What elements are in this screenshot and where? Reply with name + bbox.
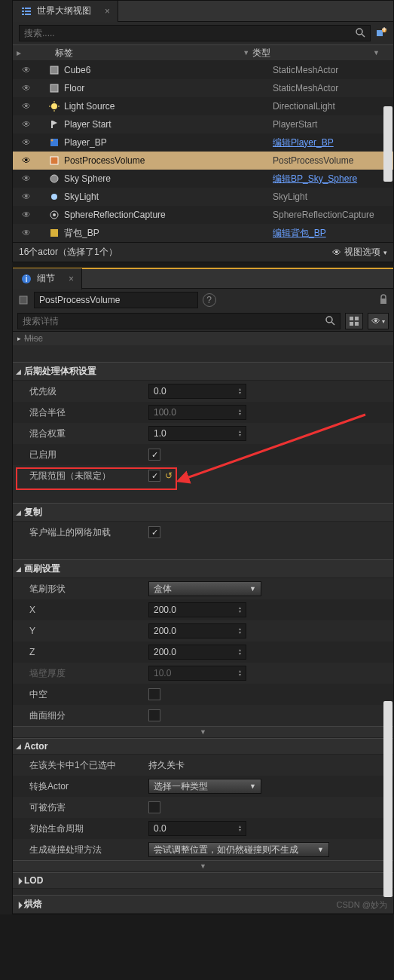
actor-row[interactable]: 👁 SkyLight SkyLight	[13, 188, 393, 206]
spinner-icon[interactable]: ▴▾	[239, 825, 241, 832]
actor-row[interactable]: 👁 Player Start PlayerStart	[13, 115, 393, 133]
collapse-icon: ◢	[14, 876, 23, 885]
svg-rect-37	[355, 322, 359, 326]
outliner-search[interactable]	[19, 25, 371, 41]
details-title: 细节	[37, 272, 55, 285]
blend-weight-input[interactable]: 1.0▴▾	[148, 426, 246, 441]
visibility-icon[interactable]: 👁	[17, 101, 35, 112]
view-options-button[interactable]: 👁 ▾	[368, 313, 389, 329]
column-label[interactable]: 标签	[25, 47, 243, 60]
lifespan-input[interactable]: 0.0▴▾	[148, 821, 246, 836]
spinner-icon[interactable]: ▴▾	[239, 409, 241, 416]
actor-row[interactable]: 👁 Floor StaticMeshActor	[13, 79, 393, 97]
svg-rect-0	[22, 8, 24, 9]
unbound-checkbox[interactable]	[148, 470, 160, 482]
dropdown-arrow-icon: ▼	[249, 585, 256, 593]
convert-dropdown[interactable]: 选择一种类型▼	[148, 779, 261, 794]
actor-row[interactable]: 👁 Light Source DirectionalLight	[13, 97, 393, 115]
prop-spawn: 生成碰撞处理方法 尝试调整位置，如仍然碰撞则不生成▼	[13, 839, 393, 860]
tess-checkbox[interactable]	[148, 709, 160, 721]
sphere-icon	[47, 173, 61, 184]
lock-icon[interactable]	[378, 293, 389, 308]
z-input[interactable]: 200.0▴▾	[148, 645, 246, 660]
expand-more[interactable]: ▼	[13, 860, 393, 872]
actor-name-field[interactable]: PostProcessVolume	[34, 292, 198, 308]
actor-row-selected[interactable]: 👁 PostProcessVolume PostProcessVolume	[13, 152, 393, 170]
blend-radius-input[interactable]: 100.0▴▾	[148, 405, 246, 420]
actor-row[interactable]: 👁 Cube6 StaticMeshActor	[13, 61, 393, 79]
close-icon[interactable]: ×	[69, 274, 74, 284]
help-icon[interactable]: ?	[203, 293, 216, 307]
outliner-columns: ▸ 标签 ▼ 类型 ▼	[13, 44, 393, 61]
visibility-icon[interactable]: 👁	[17, 155, 35, 166]
actor-icon	[17, 294, 29, 306]
outliner-search-input[interactable]	[24, 28, 355, 38]
category-postprocess[interactable]: ◢ 后期处理体积设置	[13, 362, 393, 381]
spinner-icon[interactable]: ▴▾	[239, 627, 241, 635]
details-search-input[interactable]	[23, 316, 325, 326]
reset-icon[interactable]: ↺	[165, 470, 173, 481]
enabled-checkbox[interactable]	[148, 449, 160, 461]
svg-point-23	[50, 175, 58, 182]
prop-unbound: 无限范围（未限定） ↺	[13, 465, 393, 486]
spinner-icon[interactable]: ▴▾	[239, 606, 241, 614]
outliner-scrollbar[interactable]	[383, 106, 392, 182]
spinner-icon[interactable]: ▴▾	[239, 669, 241, 677]
actor-row[interactable]: 👁 SphereReflectionCapture SphereReflecti…	[13, 206, 393, 224]
close-icon[interactable]: ×	[105, 6, 110, 17]
category-brush[interactable]: ◢ 画刷设置	[13, 559, 393, 578]
spawn-dropdown[interactable]: 尝试调整位置，如仍然碰撞则不生成▼	[148, 842, 329, 857]
brush-shape-dropdown[interactable]: 盒体▼	[148, 581, 261, 596]
visibility-icon[interactable]: 👁	[17, 137, 35, 148]
dropdown-arrow-icon: ▼	[317, 846, 324, 853]
reflection-icon	[47, 210, 61, 220]
details-search[interactable]	[17, 313, 341, 329]
view-options[interactable]: 👁 视图选项 ▾	[332, 246, 387, 259]
x-input[interactable]: 200.0▴▾	[148, 602, 246, 617]
svg-point-32	[326, 317, 332, 323]
spinner-icon[interactable]: ▴▾	[239, 387, 241, 395]
visibility-icon[interactable]: 👁	[17, 83, 35, 93]
details-tab[interactable]: i 细节 ×	[13, 268, 82, 289]
actor-row[interactable]: 👁 Player_BP 编辑Player_BP	[13, 133, 393, 152]
wall-input[interactable]: 10.0▴▾	[148, 666, 246, 681]
visibility-icon[interactable]: 👁	[17, 119, 35, 130]
prop-priority: 优先级 0.0▴▾	[13, 381, 393, 402]
add-object-icon[interactable]: +	[375, 27, 387, 39]
misc-category[interactable]: ▸Misc	[13, 332, 393, 345]
category-replication[interactable]: ◢ 复制	[13, 503, 393, 522]
spinner-icon[interactable]: ▴▾	[239, 430, 241, 437]
prop-tess: 曲面细分	[13, 705, 393, 726]
column-type[interactable]: 类型	[252, 47, 373, 60]
prop-netload: 客户端上的网络加载	[13, 522, 393, 543]
expand-all-icon[interactable]: ▸	[13, 47, 25, 58]
eye-icon: 👁	[332, 247, 341, 258]
outliner-tab[interactable]: 世界大纲视图 ×	[13, 1, 118, 22]
svg-rect-31	[380, 299, 386, 304]
y-input[interactable]: 200.0▴▾	[148, 623, 246, 639]
expand-more[interactable]: ▼	[13, 726, 393, 738]
svg-rect-12	[50, 84, 58, 92]
outliner-header: 世界大纲视图 ×	[13, 1, 393, 22]
visibility-icon[interactable]: 👁	[17, 65, 35, 75]
priority-input[interactable]: 0.0▴▾	[148, 384, 246, 399]
category-lod[interactable]: ◢ LOD	[13, 872, 393, 889]
svg-point-6	[356, 29, 362, 35]
light-icon	[47, 101, 61, 112]
visibility-icon[interactable]: 👁	[17, 228, 35, 238]
svg-line-33	[331, 322, 334, 325]
spinner-icon[interactable]: ▴▾	[239, 648, 241, 656]
search-icon	[325, 315, 335, 328]
damage-checkbox[interactable]	[148, 801, 160, 813]
netload-checkbox[interactable]	[148, 526, 160, 538]
details-scrollbar[interactable]	[383, 701, 392, 897]
visibility-icon[interactable]: 👁	[17, 173, 35, 184]
property-matrix-button[interactable]	[345, 313, 363, 329]
prop-enabled: 已启用	[13, 444, 393, 465]
actor-row[interactable]: 👁 背包_BP 编辑背包_BP	[13, 224, 393, 242]
visibility-icon[interactable]: 👁	[17, 191, 35, 202]
actor-row[interactable]: 👁 Sky Sphere 编辑BP_Sky_Sphere	[13, 170, 393, 188]
visibility-icon[interactable]: 👁	[17, 210, 35, 220]
hollow-checkbox[interactable]	[148, 688, 160, 700]
category-actor[interactable]: ◢ Actor	[13, 738, 393, 755]
